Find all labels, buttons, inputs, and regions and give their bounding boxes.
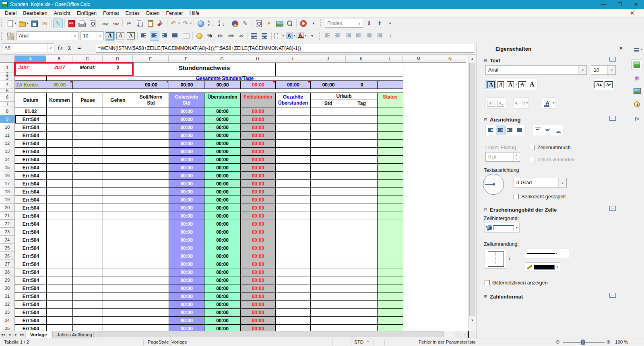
cell-E22[interactable] (133, 220, 169, 228)
cell-H33[interactable]: 00:00 (240, 308, 276, 317)
row-header-33[interactable]: 33 (0, 308, 15, 316)
cell-K14[interactable] (346, 155, 378, 164)
cell-K13[interactable] (346, 147, 378, 156)
row-header-3[interactable]: 3 (0, 76, 15, 80)
cell-H30[interactable]: 00:00 (240, 284, 276, 292)
row-header-21[interactable]: 21 (0, 212, 15, 220)
cell-I12[interactable] (275, 139, 311, 148)
cell-L31[interactable] (377, 292, 403, 301)
cell-K32[interactable] (346, 300, 378, 309)
cell-E19[interactable] (133, 196, 169, 204)
cell-A23[interactable]: Err:504 (15, 228, 47, 236)
find-previous-button[interactable]: ⬆ (375, 19, 384, 28)
subscript-icon[interactable]: Aₐ (496, 98, 506, 108)
minimize-button[interactable]: — (596, 0, 612, 9)
menu-hilfe[interactable]: Hilfe (186, 9, 203, 17)
cell-F8[interactable]: 00:00 (169, 107, 204, 115)
cell-E17[interactable] (133, 179, 169, 188)
decrease-indent-button[interactable]: ◂ (250, 31, 259, 41)
cell-D25[interactable] (103, 244, 133, 252)
cell-K8[interactable] (346, 107, 378, 115)
row-header-32[interactable]: 32 (0, 300, 15, 308)
cell-H12[interactable]: 00:00 (240, 139, 276, 148)
open-button[interactable]: ▾ (18, 19, 29, 28)
cell-L15[interactable] (377, 163, 403, 172)
cell-H18[interactable]: 00:00 (240, 187, 276, 196)
cell-C10[interactable] (72, 123, 103, 132)
cell-B12[interactable] (46, 139, 73, 148)
menu-ansicht[interactable]: Ansicht (51, 9, 74, 17)
spreadsheet-grid[interactable]: ABCDEFGHIJKLMN12345678910111213141516171… (0, 56, 468, 331)
cell-E15[interactable] (133, 163, 169, 172)
cell-D22[interactable] (103, 220, 133, 228)
cell-A32[interactable]: Err:504 (15, 300, 47, 309)
sidebar-italic-button[interactable]: A (496, 80, 506, 89)
cell-L19[interactable] (377, 196, 403, 204)
align-middle-button[interactable] (543, 126, 553, 135)
menu-format[interactable]: Format (100, 9, 122, 17)
cell-L23[interactable] (377, 228, 403, 236)
cell-dialog-icon[interactable]: ▭ (609, 206, 616, 211)
cell-H9[interactable]: 00:00 (240, 115, 276, 124)
cell-D15[interactable] (103, 163, 133, 172)
cell-G22[interactable]: 00:00 (204, 220, 241, 228)
orientation-dial[interactable] (483, 174, 504, 195)
cell-L20[interactable] (377, 204, 403, 212)
cell-C22[interactable] (72, 220, 103, 228)
cell-A11[interactable]: Err:504 (15, 131, 47, 140)
cell-J10[interactable] (310, 123, 346, 132)
cell-L24[interactable] (377, 236, 403, 244)
cell-K28[interactable] (346, 268, 378, 276)
font-name-combo[interactable]: Arial∨ (17, 31, 79, 40)
cell-K29[interactable] (346, 276, 378, 284)
row-header-27[interactable]: 27 (0, 260, 15, 268)
font-color-dropdown-icon[interactable]: ▾ (305, 34, 306, 37)
cell-B14[interactable] (46, 155, 73, 164)
cell-G34[interactable]: 00:00 (204, 316, 241, 325)
cell-H27[interactable]: 00:00 (240, 260, 276, 268)
cell-A25[interactable]: Err:504 (15, 244, 47, 252)
cell-J24[interactable] (310, 236, 346, 244)
object-align-bottom-button[interactable] (376, 31, 385, 41)
cell-B34[interactable] (46, 316, 73, 325)
summary-f[interactable]: 00:00 (169, 80, 204, 89)
find-next-button[interactable]: ⬇ (364, 19, 374, 28)
column-header-G[interactable]: G (204, 56, 240, 63)
cell-K33[interactable] (346, 308, 378, 317)
cell-K31[interactable] (346, 292, 378, 301)
cell-C33[interactable] (72, 308, 103, 317)
cell-B30[interactable] (46, 284, 73, 292)
cell-C11[interactable] (72, 131, 103, 140)
cell-F28[interactable]: 00:00 (169, 268, 204, 276)
cell-G35[interactable]: 00:00 (204, 324, 241, 331)
cell-D29[interactable] (103, 276, 133, 284)
row-header-22[interactable]: 22 (0, 220, 15, 228)
cell-H23[interactable]: 00:00 (240, 228, 276, 236)
sidebar-functions-tab[interactable]: ƒx (631, 113, 642, 124)
font-name-combo-dropdown-icon[interactable]: ∨ (72, 32, 78, 40)
cell-I22[interactable] (275, 220, 311, 228)
navigator-button[interactable]: ✦ (264, 19, 274, 28)
format-toolbar-overflow-button[interactable]: ▾ (308, 31, 317, 41)
cell-K21[interactable] (346, 212, 378, 220)
cell-D28[interactable] (103, 268, 133, 276)
header-fehlstunden[interactable]: Fehlstunden (240, 93, 276, 107)
row-header-28[interactable]: 28 (0, 268, 15, 276)
cell-G9[interactable]: 00:00 (204, 115, 241, 124)
cell-E9[interactable] (133, 115, 169, 124)
sort-ascending-button[interactable]: A Z↓ (206, 19, 216, 28)
character-spacing-icon[interactable]: A⇔V (514, 98, 526, 108)
cell-L12[interactable] (377, 139, 403, 148)
cell-K20[interactable] (346, 204, 378, 212)
row-header-16[interactable]: 16 (0, 171, 15, 179)
page-preview-button[interactable] (87, 19, 97, 28)
header-pause[interactable]: Pause (72, 93, 103, 107)
cell-L11[interactable] (377, 131, 403, 140)
row-header-6[interactable]: 6 (0, 93, 15, 102)
last-sheet-icon[interactable]: ▶▶ (19, 331, 26, 338)
cell-L30[interactable] (377, 284, 403, 292)
cell-G23[interactable]: 00:00 (204, 228, 241, 236)
add-decimal-button[interactable]: .000 (226, 31, 235, 41)
cell-A33[interactable]: Err:504 (15, 308, 47, 317)
cell-C18[interactable] (72, 187, 103, 196)
